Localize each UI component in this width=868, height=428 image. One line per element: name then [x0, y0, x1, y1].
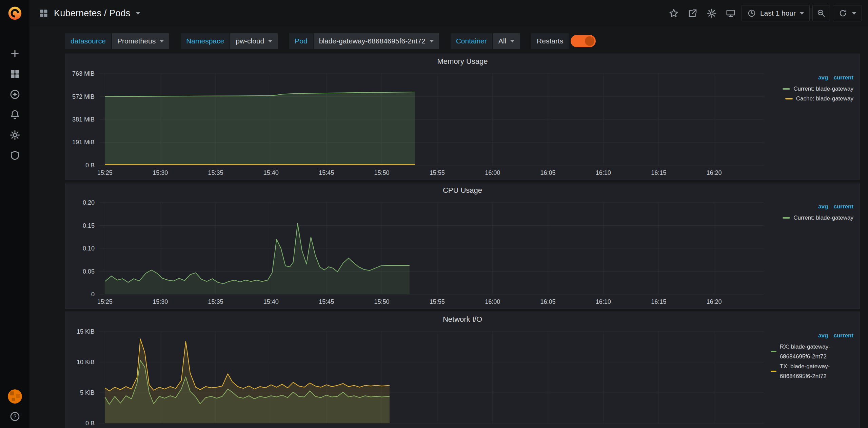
- variable-datasource-label: datasource: [65, 33, 111, 49]
- dropdown-caret-icon: [510, 40, 514, 42]
- network-io-chart[interactable]: 15:2515:3015:3515:4015:4515:5015:5516:00…: [69, 327, 771, 428]
- legend-sort-avg[interactable]: avg: [818, 74, 828, 81]
- panel-title-network[interactable]: Network I/O: [65, 312, 860, 327]
- cpu-legend: avgcurrentCurrent: blade-gateway: [771, 198, 856, 306]
- series-name: Current: blade-gateway: [793, 213, 853, 223]
- y-axis-label: 381 MiB: [72, 116, 95, 123]
- svg-text:?: ?: [13, 414, 16, 420]
- create-plus-icon[interactable]: [9, 48, 21, 60]
- variable-pod-label: Pod: [289, 33, 313, 49]
- title-caret-icon: [136, 12, 140, 15]
- variable-restarts: Restarts: [531, 33, 596, 49]
- x-axis-label: 16:20: [706, 169, 722, 176]
- panel-network-io: Network I/O 15:2515:3015:3515:4015:4515:…: [65, 312, 860, 428]
- y-axis-label: 0.15: [83, 222, 95, 229]
- variable-container-label: Container: [451, 33, 492, 49]
- y-axis-label: 15 KiB: [77, 328, 95, 335]
- variable-namespace-label: Namespace: [181, 33, 230, 49]
- refresh-interval-caret-icon: [852, 12, 856, 15]
- variable-datasource-value[interactable]: Prometheus: [112, 33, 169, 49]
- help-icon[interactable]: ?: [9, 410, 21, 423]
- panel-memory-usage: Memory Usage 15:2515:3015:3515:4015:4515…: [65, 54, 860, 180]
- series-color-icon: [771, 371, 776, 372]
- x-axis-label: 15:40: [263, 298, 279, 305]
- x-axis-label: 16:05: [540, 298, 555, 305]
- legend-item[interactable]: Current: blade-gateway: [783, 84, 853, 94]
- legend-item[interactable]: Cache: blade-gateway: [785, 94, 853, 104]
- series-area: [105, 223, 409, 294]
- x-axis-label: 15:30: [153, 169, 168, 176]
- explore-compass-icon[interactable]: [9, 88, 21, 100]
- variable-container-current: All: [498, 37, 506, 45]
- x-axis-label: 16:05: [540, 169, 555, 176]
- series-color-icon: [783, 217, 790, 219]
- zoom-out-button[interactable]: [812, 5, 830, 21]
- clock-icon: [747, 9, 756, 18]
- y-axis-label: 5 KiB: [80, 389, 95, 396]
- refresh-icon: [839, 9, 847, 18]
- dropdown-caret-icon: [268, 40, 272, 42]
- legend-sort-current[interactable]: current: [833, 332, 853, 339]
- dashboard-squares-icon: [39, 8, 48, 18]
- dashboard-variables-row: datasource Prometheus Namespace pw-cloud…: [29, 26, 868, 54]
- x-axis-label: 16:10: [596, 298, 611, 305]
- grafana-logo[interactable]: [0, 0, 29, 26]
- y-axis-label: 0.10: [83, 245, 95, 252]
- dashboards-icon[interactable]: [9, 68, 21, 80]
- y-axis-label: 0 B: [85, 420, 95, 427]
- legend-item[interactable]: RX: blade-gateway-68684695f6-2nt72: [771, 342, 853, 361]
- x-axis-label: 15:40: [263, 169, 279, 176]
- variable-container-value[interactable]: All: [493, 33, 520, 49]
- series-area: [105, 339, 390, 423]
- x-axis-label: 15:45: [319, 298, 334, 305]
- user-avatar[interactable]: [8, 389, 22, 404]
- page-title: Kubernetes / Pods: [54, 8, 131, 19]
- star-dashboard-button[interactable]: [666, 5, 682, 21]
- share-dashboard-button[interactable]: [685, 5, 701, 21]
- x-axis-label: 16:00: [485, 169, 500, 176]
- server-admin-shield-icon[interactable]: [9, 149, 21, 162]
- legend-sort-current[interactable]: current: [833, 203, 853, 210]
- panel-title-cpu[interactable]: CPU Usage: [65, 183, 860, 198]
- refresh-button-group[interactable]: [833, 5, 862, 21]
- cycle-view-monitor-icon[interactable]: [723, 5, 739, 21]
- time-range-caret-icon: [800, 12, 804, 15]
- y-axis-label: 572 MiB: [72, 93, 95, 100]
- dashboard-settings-gear-icon[interactable]: [704, 5, 720, 21]
- y-axis-label: 0 B: [85, 162, 95, 169]
- x-axis-label: 16:15: [651, 298, 666, 305]
- x-axis-label: 16:20: [706, 298, 722, 305]
- legend-sort-avg[interactable]: avg: [818, 332, 828, 339]
- variable-pod: Pod blade-gateway-68684695f6-2nt72: [289, 33, 439, 49]
- legend-sort-avg[interactable]: avg: [818, 203, 828, 210]
- x-axis-label: 15:25: [97, 298, 113, 305]
- memory-usage-chart[interactable]: 15:2515:3015:3515:4015:4515:5015:5516:00…: [69, 69, 771, 177]
- x-axis-label: 15:25: [97, 169, 113, 176]
- dropdown-caret-icon: [430, 40, 434, 42]
- cpu-usage-chart[interactable]: 15:2515:3015:3515:4015:4515:5015:5516:00…: [69, 198, 771, 306]
- time-range-picker[interactable]: Last 1 hour: [742, 5, 810, 21]
- configuration-gear-icon[interactable]: [9, 129, 21, 141]
- legend-item[interactable]: TX: blade-gateway-68684695f6-2nt72: [771, 361, 853, 381]
- series-color-icon: [785, 98, 793, 99]
- memory-legend: avgcurrentCurrent: blade-gatewayCache: b…: [771, 69, 856, 177]
- variable-pod-current: blade-gateway-68684695f6-2nt72: [319, 37, 426, 45]
- series-color-icon: [771, 351, 776, 352]
- top-navbar: Kubernetes / Pods Last 1 hour: [29, 0, 868, 26]
- variable-namespace-current: pw-cloud: [236, 37, 264, 45]
- variable-pod-value[interactable]: blade-gateway-68684695f6-2nt72: [314, 33, 439, 49]
- panel-title-memory[interactable]: Memory Usage: [65, 54, 860, 69]
- zoom-out-icon: [817, 9, 826, 18]
- legend-sort-current[interactable]: current: [833, 74, 853, 81]
- network-legend: avgcurrentRX: blade-gateway-68684695f6-2…: [771, 327, 856, 428]
- dashboard-title-button[interactable]: Kubernetes / Pods: [39, 8, 140, 19]
- x-axis-label: 16:10: [596, 169, 611, 176]
- alerting-bell-icon[interactable]: [9, 109, 21, 121]
- restarts-toggle[interactable]: [571, 35, 596, 47]
- x-axis-label: 16:00: [485, 298, 500, 305]
- series-area: [105, 92, 415, 165]
- legend-item[interactable]: Current: blade-gateway: [783, 213, 853, 223]
- variable-namespace-value[interactable]: pw-cloud: [230, 33, 278, 49]
- x-axis-label: 15:30: [153, 298, 168, 305]
- legend-header: avgcurrent: [818, 332, 853, 339]
